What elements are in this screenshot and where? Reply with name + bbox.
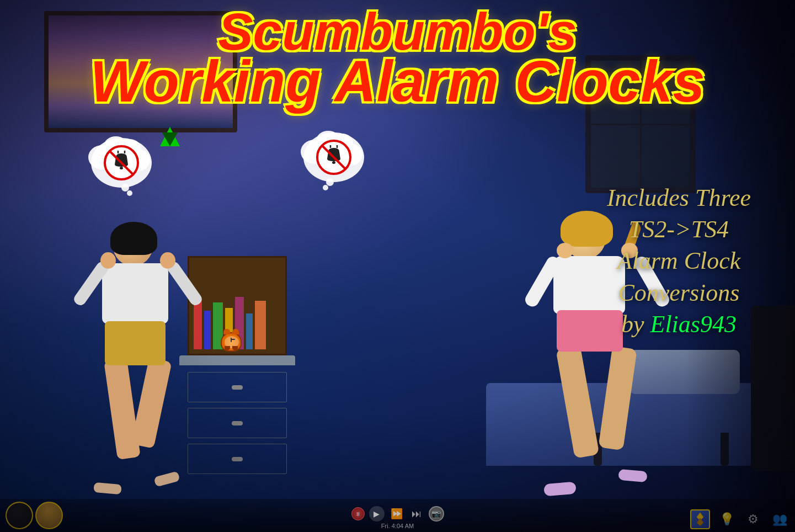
window-right xyxy=(585,55,696,193)
sim-portraits xyxy=(6,502,63,529)
window-painting xyxy=(44,11,237,132)
svg-point-13 xyxy=(323,185,328,190)
media-buttons: ⏸ ▶ ⏩ ⏭ 📷 xyxy=(351,506,444,522)
media-controls: ⏸ ▶ ⏩ ⏭ 📷 Fri. 4:04 AM xyxy=(351,506,444,529)
dresser-drawer-3 xyxy=(188,444,287,474)
dark-corner xyxy=(685,0,795,532)
fast-forward-button[interactable]: ⏩ xyxy=(389,506,404,522)
alarm-foot-right xyxy=(232,346,238,350)
thought-bubble-right xyxy=(298,127,370,195)
plumbob xyxy=(160,127,180,146)
right-hud: 💡 ⚙ 👥 xyxy=(690,509,789,529)
play-button[interactable]: ▶ xyxy=(369,506,385,522)
dresser xyxy=(182,355,292,466)
lightbulb-icon[interactable]: 💡 xyxy=(717,509,737,529)
people-icon[interactable]: 👥 xyxy=(770,509,789,529)
pause-button[interactable]: ⏸ xyxy=(351,507,365,520)
svg-point-0 xyxy=(127,190,132,196)
dresser-drawer-1 xyxy=(188,372,287,402)
settings-icon[interactable]: ⚙ xyxy=(743,509,763,529)
fastest-button[interactable]: ⏭ xyxy=(409,506,424,522)
plumbob-hud-icon[interactable] xyxy=(690,509,710,529)
thought-bubble-left xyxy=(86,132,157,201)
svg-rect-8 xyxy=(120,167,123,169)
main-container: Scumbumbo's Working Alarm Clocks Include… xyxy=(0,0,795,532)
dresser-top xyxy=(179,355,295,365)
bottom-bar: ⏸ ▶ ⏩ ⏭ 📷 Fri. 4:04 AM 💡 xyxy=(0,499,795,532)
char-left-figure xyxy=(88,222,188,498)
character-left xyxy=(88,222,188,498)
char-right-figure xyxy=(541,211,652,498)
alarm-clock-body xyxy=(221,332,242,352)
alarm-clock-object xyxy=(221,329,246,354)
svg-rect-21 xyxy=(332,161,335,164)
alarm-foot-left xyxy=(225,346,230,350)
dresser-drawer-2 xyxy=(188,408,287,438)
character-right xyxy=(541,211,652,498)
camera-button[interactable]: 📷 xyxy=(429,506,444,522)
time-display: Fri. 4:04 AM xyxy=(381,523,414,529)
sim-portrait-2[interactable] xyxy=(35,502,63,529)
svg-marker-27 xyxy=(697,518,703,526)
sim-portrait-1[interactable] xyxy=(6,502,33,529)
bed-left xyxy=(0,389,66,499)
